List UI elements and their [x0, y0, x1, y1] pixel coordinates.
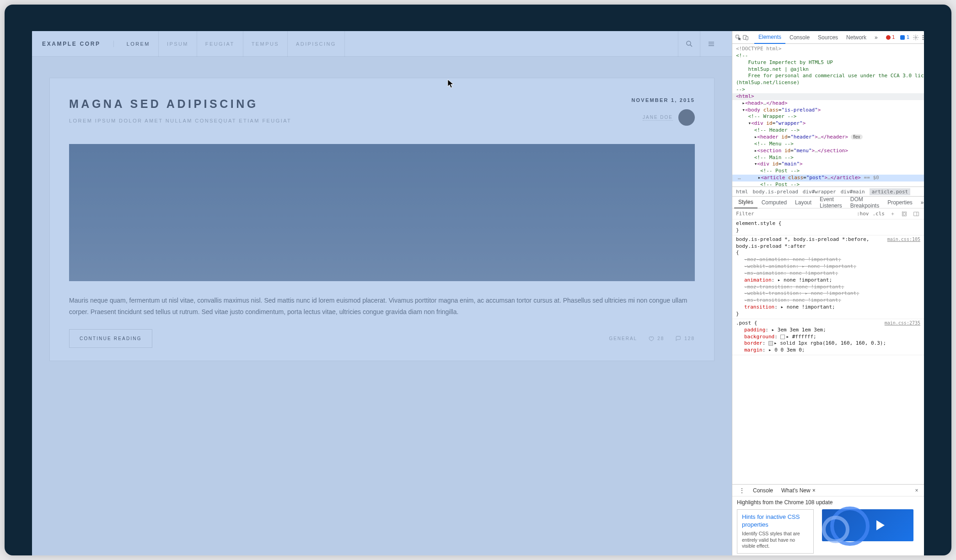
post-title[interactable]: MAGNA SED ADIPISCING [69, 97, 631, 111]
tab-console[interactable]: Console [785, 31, 814, 44]
primary-nav: LOREM IPSUM FEUGIAT TEMPUS ADIPISCING [118, 31, 678, 57]
devtools-toolbar: Elements Console Sources Network » 1 1 [732, 31, 924, 44]
issues-badge[interactable]: 1 [898, 34, 912, 41]
continue-reading-button[interactable]: CONTINUE READING [69, 329, 152, 348]
svg-rect-7 [746, 36, 748, 40]
hearts-stat[interactable]: 28 [648, 336, 664, 341]
nav-ipsum[interactable]: IPSUM [159, 31, 197, 57]
tab-elements[interactable]: Elements [754, 31, 785, 44]
post-subtitle: LOREM IPSUM DOLOR AMET NULLAM CONSEQUAT … [69, 118, 631, 123]
inspect-icon[interactable] [735, 32, 741, 43]
cls-toggle[interactable]: .cls [873, 211, 885, 217]
svg-rect-16 [914, 212, 919, 215]
video-thumbnail[interactable] [822, 509, 913, 541]
drawer-tab-whatsnew[interactable]: What's New × [777, 487, 820, 494]
drawer-tab-console[interactable]: Console [749, 487, 777, 494]
svg-rect-14 [902, 212, 906, 216]
device-toggle-icon[interactable] [742, 32, 749, 43]
post-category[interactable]: GENERAL [609, 336, 637, 341]
post: MAGNA SED ADIPISCING LOREM IPSUM DOLOR A… [49, 78, 714, 361]
svg-point-9 [923, 35, 924, 36]
nav-feugiat[interactable]: FEUGIAT [197, 31, 243, 57]
whatsnew-headline: Highlights from the Chrome 108 update [737, 499, 919, 506]
dom-tree[interactable]: <!DOCTYPE html> <!-- Future Imperfect by… [732, 44, 924, 187]
svg-point-8 [915, 37, 917, 38]
nav-lorem[interactable]: LOREM [118, 31, 159, 57]
source-link[interactable]: main.css:2735 [885, 320, 920, 326]
hov-toggle[interactable]: :hov [857, 211, 869, 217]
subtab-computed[interactable]: Computed [757, 197, 791, 208]
dom-selected-node[interactable]: … ▸<article class="post">…</article> == … [732, 175, 924, 181]
subtab-event-listeners[interactable]: Event Listeners [816, 197, 846, 208]
drawer: ⋮ Console What's New × × Highlights from… [732, 484, 924, 555]
subtab-properties[interactable]: Properties [883, 197, 917, 208]
close-tab-icon[interactable]: × [812, 487, 816, 494]
kebab-icon[interactable] [920, 32, 924, 43]
tab-sources[interactable]: Sources [814, 31, 842, 44]
subtab-dom-breakpoints[interactable]: DOM Breakpoints [846, 197, 883, 208]
gear-icon[interactable] [913, 32, 919, 43]
errors-badge[interactable]: 1 [884, 34, 897, 41]
svg-rect-15 [903, 213, 906, 215]
site-header: EXAMPLE CORP LOREM IPSUM FEUGIAT TEMPUS … [32, 31, 732, 57]
drawer-toggle-icon[interactable]: ⋮ [735, 487, 749, 494]
tabs-overflow-icon[interactable]: » [870, 31, 882, 44]
comments-stat[interactable]: 128 [675, 336, 695, 341]
styles-pane[interactable]: element.style { } main.css:105 body.is-p… [732, 219, 924, 484]
drawer-close-icon[interactable]: × [912, 487, 921, 494]
source-link[interactable]: main.css:105 [887, 236, 920, 243]
rendered-page: EXAMPLE CORP LOREM IPSUM FEUGIAT TEMPUS … [32, 31, 732, 555]
devtools-panel: Elements Console Sources Network » 1 1 <… [732, 31, 924, 555]
styles-filter-input[interactable] [736, 211, 853, 217]
hint-card[interactable]: Hints for inactive CSS properties Identi… [737, 509, 814, 554]
search-icon[interactable] [678, 31, 700, 57]
featured-image[interactable] [69, 144, 695, 281]
subtab-layout[interactable]: Layout [791, 197, 816, 208]
plus-icon[interactable]: ＋ [888, 210, 897, 218]
menu-icon[interactable] [700, 31, 722, 57]
svg-point-0 [687, 41, 691, 45]
svg-point-11 [923, 39, 924, 40]
panel-toggle-icon[interactable] [912, 210, 920, 218]
tab-network[interactable]: Network [842, 31, 870, 44]
subtab-styles[interactable]: Styles [734, 197, 757, 208]
post-author[interactable]: JANE DOE [643, 115, 673, 121]
styles-filter-bar: :hov .cls ＋ [732, 208, 924, 219]
computed-panel-icon[interactable] [900, 210, 908, 218]
breadcrumb[interactable]: html body.is-preload div#wrapper div#mai… [732, 187, 924, 197]
avatar[interactable] [678, 109, 695, 126]
svg-point-10 [923, 37, 924, 38]
nav-tempus[interactable]: TEMPUS [243, 31, 288, 57]
nav-adipiscing[interactable]: ADIPISCING [288, 31, 345, 57]
post-body: Mauris neque quam, fermentum ut nisl vit… [69, 295, 695, 317]
styles-tabs: Styles Computed Layout Event Listeners D… [732, 197, 924, 208]
post-date[interactable]: NOVEMBER 1, 2015 [631, 97, 695, 103]
subtabs-overflow-icon[interactable]: » [917, 197, 924, 208]
brand[interactable]: EXAMPLE CORP [42, 41, 114, 47]
svg-line-1 [690, 44, 692, 46]
